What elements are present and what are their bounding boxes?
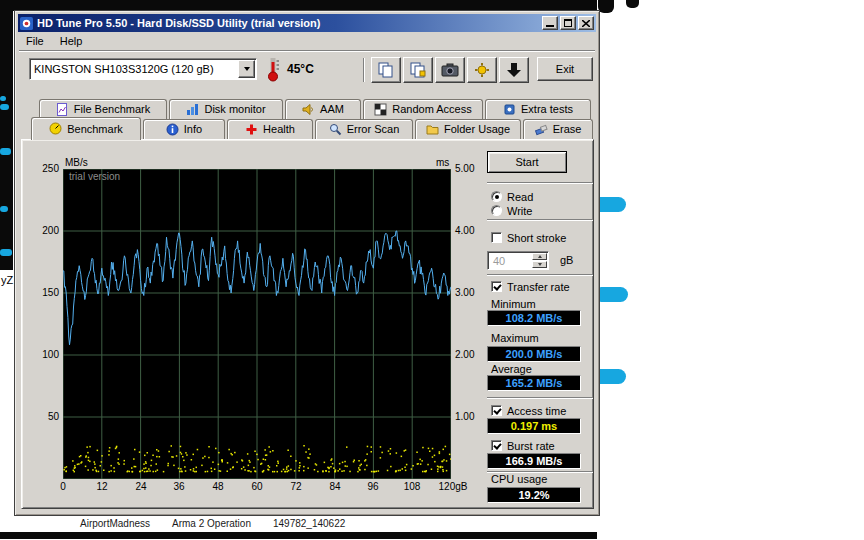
- write-radio-label: Write: [507, 205, 532, 217]
- tab-erase[interactable]: Erase: [523, 119, 593, 139]
- write-radio-row[interactable]: Write: [491, 204, 532, 217]
- transfer-rate-row[interactable]: Transfer rate: [491, 280, 570, 293]
- tab-disk-monitor[interactable]: Disk monitor: [169, 99, 283, 119]
- y-tick-left: 200: [29, 225, 59, 236]
- y-tick-left: 250: [29, 163, 59, 174]
- burst-rate-checkbox[interactable]: [491, 440, 502, 451]
- folder-icon: [426, 123, 439, 136]
- benchmark-gauge-icon: [49, 122, 62, 135]
- transfer-rate-label: Transfer rate: [507, 281, 570, 293]
- y-tick-right: 3.00: [455, 287, 474, 298]
- tab-folder-usage[interactable]: Folder Usage: [415, 119, 521, 139]
- read-radio[interactable]: [491, 191, 502, 202]
- spin-down-button[interactable]: [532, 261, 547, 268]
- x-tick: 36: [173, 481, 184, 492]
- titlebar[interactable]: HD Tune Pro 5.50 - Hard Disk/SSD Utility…: [18, 14, 596, 32]
- x-tick: 48: [212, 481, 223, 492]
- tab-random-access[interactable]: Random Access: [363, 99, 483, 119]
- short-stroke-unit-label: gB: [560, 254, 573, 266]
- access-time-value: 0.197 ms: [487, 418, 581, 434]
- wallpaper-shape: [598, 0, 614, 13]
- panel-separator: [487, 182, 593, 184]
- minimize-button[interactable]: [542, 16, 558, 30]
- desktop-icon-label[interactable]: 149782_140622: [273, 518, 345, 529]
- short-stroke-size-spinner[interactable]: 40: [487, 251, 549, 270]
- wallpaper-cyan-dash: [0, 96, 6, 101]
- minimum-label: Minimum: [491, 298, 536, 310]
- y-axis-right-unit: ms: [436, 157, 449, 168]
- menu-help[interactable]: Help: [52, 34, 91, 48]
- maximize-button[interactable]: [560, 16, 576, 30]
- drive-select-combobox[interactable]: KINGSTON SH103S3120G (120 gB): [29, 58, 257, 80]
- tab-label: Disk monitor: [204, 103, 265, 115]
- average-label: Average: [491, 363, 532, 375]
- copy-image-button[interactable]: [403, 57, 433, 83]
- tab-label: Error Scan: [347, 123, 400, 135]
- x-tick: 120gB: [439, 481, 468, 492]
- drive-select-value: KINGSTON SH103S3120G (120 gB): [30, 63, 237, 75]
- tab-benchmark[interactable]: Benchmark: [31, 117, 141, 140]
- maximum-value: 200.0 MB/s: [487, 346, 581, 362]
- close-button[interactable]: [578, 16, 594, 30]
- tab-health[interactable]: Health: [227, 119, 313, 139]
- chevron-up-icon: [538, 255, 542, 258]
- cpu-usage-value: 19.2%: [487, 487, 581, 503]
- access-time-checkbox[interactable]: [491, 405, 502, 416]
- short-stroke-row[interactable]: Short stroke: [491, 231, 566, 244]
- chevron-down-icon: [538, 263, 542, 266]
- copy-icon: [377, 62, 395, 78]
- menu-file[interactable]: File: [18, 34, 52, 48]
- tab-label: Random Access: [392, 103, 471, 115]
- menu-separator: [19, 50, 595, 52]
- burst-rate-value: 166.9 MB/s: [487, 453, 581, 469]
- x-tick: 96: [367, 481, 378, 492]
- trial-watermark: trial version: [69, 171, 120, 182]
- drive-select-dropdown-button[interactable]: [238, 60, 255, 78]
- desktop-icon-label[interactable]: Arma 2 Operation: [172, 518, 251, 529]
- tab-error-scan[interactable]: Error Scan: [315, 119, 413, 139]
- desktop: yZ AirportMadness Arma 2 Operation 14978…: [0, 0, 864, 540]
- extra-tests-icon: [503, 103, 516, 116]
- write-radio[interactable]: [491, 205, 502, 216]
- thermometer-icon: [267, 55, 281, 87]
- start-button[interactable]: Start: [487, 151, 567, 173]
- exit-button[interactable]: Exit: [537, 57, 593, 81]
- options-button[interactable]: [467, 57, 497, 83]
- magnifier-icon: [329, 123, 342, 136]
- chevron-down-icon: [244, 67, 250, 71]
- spin-up-button[interactable]: [532, 253, 547, 260]
- read-radio-row[interactable]: Read: [491, 190, 533, 203]
- short-stroke-size-value: 40: [488, 252, 531, 269]
- menubar: File Help: [18, 32, 596, 49]
- x-tick: 24: [135, 481, 146, 492]
- short-stroke-label: Short stroke: [507, 232, 566, 244]
- x-tick: 72: [290, 481, 301, 492]
- y-axis-left-unit: MB/s: [65, 157, 88, 168]
- tab-label: AAM: [320, 103, 344, 115]
- tab-info[interactable]: Info: [143, 119, 225, 139]
- tab-aam[interactable]: AAM: [285, 99, 361, 119]
- wallpaper-cyan-dash: [0, 148, 11, 155]
- tab-extra-tests[interactable]: Extra tests: [485, 99, 591, 119]
- panel-separator: [487, 274, 593, 276]
- screenshot-button[interactable]: [435, 57, 465, 83]
- read-radio-label: Read: [507, 191, 533, 203]
- hdtune-window: HD Tune Pro 5.50 - Hard Disk/SSD Utility…: [14, 10, 600, 516]
- wallpaper-cyan-dash: [0, 206, 8, 212]
- save-results-button[interactable]: [499, 57, 529, 83]
- transfer-rate-checkbox[interactable]: [491, 281, 502, 292]
- toolbar-separator: [363, 58, 365, 82]
- access-time-row[interactable]: Access time: [491, 404, 566, 417]
- maximize-icon: [564, 19, 572, 27]
- copy-text-button[interactable]: [371, 57, 401, 83]
- maximum-label: Maximum: [491, 332, 539, 344]
- y-tick-right: 4.00: [455, 225, 474, 236]
- x-tick: 12: [96, 481, 107, 492]
- desktop-icon-label[interactable]: AirportMadness: [80, 518, 150, 529]
- tab-label: Info: [184, 123, 202, 135]
- short-stroke-checkbox[interactable]: [491, 232, 502, 243]
- burst-rate-row[interactable]: Burst rate: [491, 439, 555, 452]
- y-tick-left: 150: [29, 287, 59, 298]
- tab-file-benchmark[interactable]: File Benchmark: [39, 99, 167, 119]
- burst-rate-label: Burst rate: [507, 440, 555, 452]
